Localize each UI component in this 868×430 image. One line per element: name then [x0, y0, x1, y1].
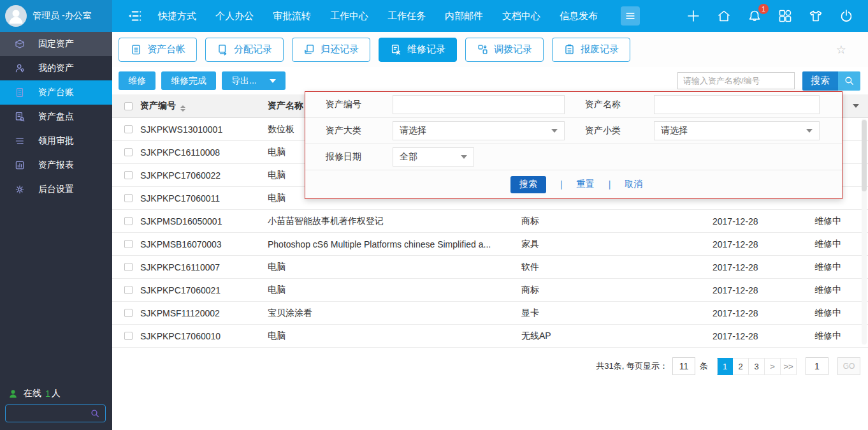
nav-personal-office[interactable]: 个人办公	[215, 10, 254, 22]
table-row[interactable]: SJKPMSD16050001 小苗苗智能故事机著作权登记 商标 2017-12…	[112, 210, 868, 233]
col-asset-code[interactable]: 资产编号	[140, 100, 268, 112]
row-checkbox[interactable]	[124, 263, 133, 271]
export-button[interactable]: 导出...	[222, 71, 286, 90]
notifications-icon[interactable]: 1	[747, 8, 762, 24]
toolbar-search: 搜索	[677, 71, 860, 91]
repair-done-button[interactable]: 维修完成	[161, 71, 216, 90]
asset-major-select[interactable]: 请选择	[393, 121, 565, 140]
filter-popup: 资产编号 资产名称 资产大类 请选择 资产小类 请选择	[305, 91, 843, 199]
column-chooser-caret[interactable]	[853, 104, 859, 108]
asset-search-input[interactable]	[677, 72, 795, 89]
nav-info-publish[interactable]: 信息发布	[560, 10, 598, 22]
avatar	[5, 5, 27, 27]
tab-transfer-records[interactable]: 调拨记录	[465, 38, 544, 62]
tab-label: 分配记录	[234, 43, 272, 56]
page-size-unit: 条	[700, 360, 708, 372]
row-checkbox[interactable]	[124, 125, 133, 133]
tab-label: 资产台帐	[147, 43, 185, 56]
sidebar-item-requisition-approval[interactable]: 领用审批	[0, 129, 112, 153]
requisition-approval-icon	[14, 135, 25, 147]
tab-repair-records[interactable]: 维修记录	[379, 38, 457, 62]
search-button[interactable]: 搜索	[802, 71, 860, 91]
table-row[interactable]: SJKPMSF11120002 宝贝涂涂看 显卡 2017-12-28 维修中	[112, 302, 868, 325]
filter-reset-link[interactable]: 重置	[577, 179, 595, 190]
page-button-1[interactable]: 1	[717, 358, 733, 375]
status: 维修中	[814, 285, 868, 296]
asset-code-input[interactable]	[393, 95, 565, 114]
online-status: 在线 1 人	[8, 388, 61, 399]
go-button[interactable]: GO	[837, 357, 860, 375]
tab-allocation-records[interactable]: 分配记录	[205, 38, 284, 62]
table-row[interactable]: SJKPKPC17060021 电脑 商标 2017-12-28 维修中	[112, 279, 868, 302]
nav-internal-mail[interactable]: 内部邮件	[445, 10, 483, 22]
last-page-button[interactable]: >>	[781, 358, 797, 375]
menu-toggle-button[interactable]	[621, 6, 640, 26]
transfer-tab-icon	[477, 43, 489, 56]
asset-name-input[interactable]	[654, 95, 820, 114]
online-count: 1	[45, 389, 50, 399]
filter-cancel-link[interactable]: 取消	[625, 179, 642, 190]
nav-work-center[interactable]: 工作中心	[330, 10, 368, 22]
sidebar-item-my-assets[interactable]: 我的资产	[0, 56, 112, 80]
collapse-menu-icon[interactable]	[126, 8, 143, 24]
sidebar-item-asset-inventory[interactable]: 资产盘点	[0, 105, 112, 129]
row-checkbox[interactable]	[124, 286, 133, 294]
page-button-3[interactable]: 3	[749, 358, 765, 375]
select-value: 请选择	[400, 125, 426, 137]
asset-name: 电脑	[268, 262, 521, 273]
power-icon[interactable]	[839, 8, 854, 24]
repair-date-select[interactable]: 全部	[393, 147, 474, 167]
sidebar-item-asset-ledger[interactable]: 资产台账	[0, 80, 112, 105]
table-row[interactable]: SJKPKPC17060010 电脑 无线AP 2017-12-28 维修中	[112, 325, 868, 348]
row-checkbox[interactable]	[124, 332, 133, 340]
tab-asset-ledger[interactable]: 资产台帐	[119, 38, 197, 62]
tab-return-records[interactable]: 归还记录	[292, 38, 370, 62]
home-icon[interactable]	[716, 8, 732, 24]
nav-shortcuts[interactable]: 快捷方式	[158, 10, 196, 22]
select-all-checkbox[interactable]	[124, 102, 133, 110]
nav-doc-center[interactable]: 文档中心	[502, 10, 540, 22]
nav-work-tasks[interactable]: 工作任务	[387, 10, 426, 22]
page-size-input[interactable]	[672, 357, 695, 375]
sidebar-item-asset-reports[interactable]: 资产报表	[0, 153, 112, 177]
add-icon[interactable]	[686, 8, 701, 24]
filter-search-button[interactable]: 搜索	[510, 176, 546, 193]
tab-scrap-records[interactable]: 报废记录	[552, 38, 630, 62]
select-value: 全部	[400, 151, 417, 163]
next-page-button[interactable]: >	[765, 358, 781, 375]
sidebar-item-fixed-assets[interactable]: 固定资产	[0, 32, 112, 56]
sidebar-search-icon[interactable]	[90, 408, 100, 419]
tab-label: 报废记录	[581, 43, 619, 56]
repair-date: 2017-12-28	[712, 285, 814, 295]
theme-shirt-icon[interactable]	[808, 8, 823, 24]
allocation-tab-icon	[217, 43, 229, 56]
asset-code: SJKPKWS13010001	[140, 124, 268, 135]
page-button-2[interactable]: 2	[733, 358, 749, 375]
row-checkbox[interactable]	[124, 309, 133, 317]
scrollbar-thumb[interactable]	[862, 120, 867, 191]
dropdown-caret-icon	[461, 155, 467, 159]
table-row[interactable]: SJKPMSB16070003 Photoshop cS6 Multiple P…	[112, 233, 868, 256]
asset-minor-select[interactable]: 请选择	[654, 121, 820, 140]
row-checkbox[interactable]	[124, 148, 133, 156]
status: 维修中	[814, 216, 868, 227]
jump-page-input[interactable]	[806, 357, 828, 375]
table-scrollbar[interactable]	[862, 119, 867, 345]
repair-button[interactable]: 维修	[119, 71, 156, 90]
tab-label: 维修记录	[407, 43, 445, 56]
sidebar-item-backend-settings[interactable]: 后台设置	[0, 177, 112, 202]
apps-icon[interactable]	[778, 8, 793, 24]
table-row[interactable]: SJKPKPC16110007 电脑 软件 2017-12-28 维修中	[112, 256, 868, 279]
sidebar-search-input[interactable]	[6, 409, 90, 419]
user-block[interactable]: 管理员 -办公室	[0, 0, 112, 32]
favorite-star-icon[interactable]: ☆	[836, 43, 846, 57]
row-checkbox[interactable]	[124, 194, 133, 202]
asset-ledger-icon	[14, 87, 25, 98]
asset-name: 电脑	[268, 285, 521, 296]
row-checkbox[interactable]	[124, 240, 133, 248]
sort-icon[interactable]	[180, 105, 185, 112]
nav-approval-flow[interactable]: 审批流转	[273, 10, 311, 22]
row-checkbox[interactable]	[124, 171, 133, 179]
sidebar-item-label: 固定资产	[38, 38, 74, 50]
row-checkbox[interactable]	[124, 217, 133, 225]
